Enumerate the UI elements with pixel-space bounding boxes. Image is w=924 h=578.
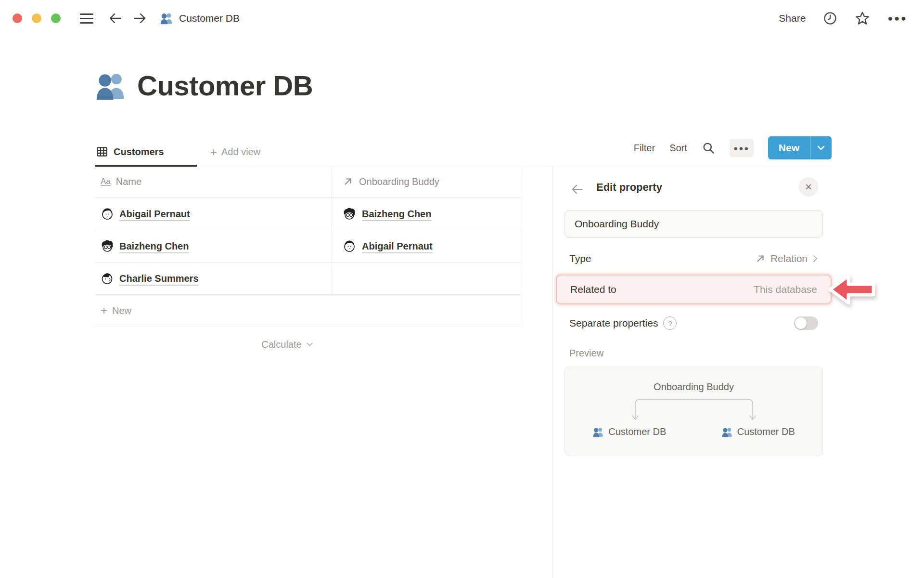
plus-icon: + xyxy=(210,147,217,157)
preview-database-item: Customer DB xyxy=(565,426,694,437)
close-window-button[interactable] xyxy=(13,13,22,23)
close-icon[interactable]: × xyxy=(799,177,818,197)
buddy-cell[interactable]: Baizheng Chen xyxy=(332,198,522,230)
row-buddy-link[interactable]: Abigail Pernaut xyxy=(362,241,433,252)
preview-label: Preview xyxy=(569,348,818,359)
database-table: Aa Name Onboarding Buddy Abigail Pernaut… xyxy=(95,166,522,362)
relation-arrow-icon xyxy=(343,176,353,187)
search-icon[interactable] xyxy=(702,141,715,155)
edit-property-panel: Edit property × Type Relation Related to… xyxy=(556,171,832,456)
window-titlebar: Customer DB Share ●●● xyxy=(0,0,924,37)
table-row: Charlie Summers xyxy=(95,263,522,295)
annotation-red-arrow-icon xyxy=(826,271,877,308)
column-header-name[interactable]: Aa Name xyxy=(95,166,332,197)
people-icon xyxy=(721,427,733,437)
view-toolbar: Customers + Add view Filter Sort ●●● New xyxy=(95,131,832,166)
type-row[interactable]: Type Relation xyxy=(569,247,818,271)
related-to-value: This database xyxy=(754,284,817,295)
new-button-label[interactable]: New xyxy=(768,136,810,159)
column-header-onboarding-buddy[interactable]: Onboarding Buddy xyxy=(332,166,522,197)
name-cell[interactable]: Charlie Summers xyxy=(95,263,332,294)
chevron-right-icon xyxy=(812,254,818,263)
separate-properties-row: Separate properties ? xyxy=(569,310,818,336)
page-icon-people[interactable] xyxy=(95,71,127,101)
property-name-field-wrap xyxy=(565,210,823,238)
zoom-window-button[interactable] xyxy=(51,13,61,23)
calculate-button[interactable]: Calculate xyxy=(74,327,501,362)
name-cell[interactable]: Baizheng Chen xyxy=(95,230,332,262)
separate-properties-toggle[interactable] xyxy=(794,316,818,330)
property-name-input[interactable] xyxy=(565,218,822,230)
type-value: Relation xyxy=(770,253,808,264)
relation-arrow-icon xyxy=(755,253,766,264)
panel-back-icon[interactable] xyxy=(570,183,584,196)
avatar-profile-icon xyxy=(101,272,114,285)
new-dropdown-button[interactable] xyxy=(810,136,832,159)
relation-preview-box: Onboarding Buddy Customer DB Customer DB xyxy=(565,367,823,456)
back-arrow-icon[interactable] xyxy=(108,12,122,25)
add-view-button[interactable]: + Add view xyxy=(210,146,260,158)
page-title[interactable]: Customer DB xyxy=(137,69,313,102)
avatar-bob-icon xyxy=(101,207,114,221)
panel-title: Edit property xyxy=(596,181,662,194)
preview-property-name: Onboarding Buddy xyxy=(565,381,822,393)
breadcrumb[interactable]: Customer DB xyxy=(160,12,240,25)
new-button[interactable]: New xyxy=(768,136,832,159)
panel-divider xyxy=(552,166,552,578)
related-to-row[interactable]: Related to This database xyxy=(556,275,832,304)
favorite-star-icon[interactable] xyxy=(855,11,870,26)
row-name-link[interactable]: Abigail Pernaut xyxy=(119,209,190,220)
buddy-cell[interactable]: Abigail Pernaut xyxy=(332,230,522,262)
people-icon xyxy=(160,12,173,25)
tab-customers[interactable]: Customers xyxy=(96,145,164,158)
table-row: Abigail Pernaut Baizheng Chen xyxy=(95,198,522,230)
new-row-button[interactable]: + New xyxy=(95,295,522,327)
sidebar-menu-icon[interactable] xyxy=(80,13,93,24)
title-property-icon: Aa xyxy=(101,177,111,186)
buddy-cell-empty[interactable] xyxy=(332,263,522,294)
updates-clock-icon[interactable] xyxy=(823,11,837,26)
minimize-window-button[interactable] xyxy=(32,13,41,23)
forward-arrow-icon[interactable] xyxy=(133,12,147,25)
plus-icon: + xyxy=(101,304,107,317)
chevron-down-icon xyxy=(306,342,313,347)
row-name-link[interactable]: Baizheng Chen xyxy=(119,241,189,252)
window-controls xyxy=(13,13,61,23)
preview-database-item: Customer DB xyxy=(694,426,823,437)
filter-button[interactable]: Filter xyxy=(634,143,655,154)
tab-label: Customers xyxy=(114,146,164,158)
avatar-bob-icon xyxy=(343,239,356,253)
people-icon xyxy=(592,427,604,437)
chevron-down-icon xyxy=(817,145,825,151)
avatar-curly-icon xyxy=(343,207,356,221)
avatar-curly-icon xyxy=(101,239,114,253)
row-buddy-link[interactable]: Baizheng Chen xyxy=(362,209,431,220)
help-question-icon[interactable]: ? xyxy=(663,316,677,330)
breadcrumb-label: Customer DB xyxy=(179,13,240,24)
share-button[interactable]: Share xyxy=(779,13,806,24)
toggle-knob xyxy=(795,317,807,329)
table-header-row: Aa Name Onboarding Buddy xyxy=(95,166,522,198)
table-view-icon xyxy=(96,145,108,158)
sort-button[interactable]: Sort xyxy=(669,143,687,154)
table-row: Baizheng Chen Abigail Pernaut xyxy=(95,230,522,263)
relation-bracket-arrows xyxy=(631,396,757,422)
row-name-link[interactable]: Charlie Summers xyxy=(119,273,199,284)
more-options-icon[interactable]: ●●● xyxy=(887,13,908,24)
name-cell[interactable]: Abigail Pernaut xyxy=(95,198,332,230)
view-more-icon[interactable]: ●●● xyxy=(730,139,754,157)
